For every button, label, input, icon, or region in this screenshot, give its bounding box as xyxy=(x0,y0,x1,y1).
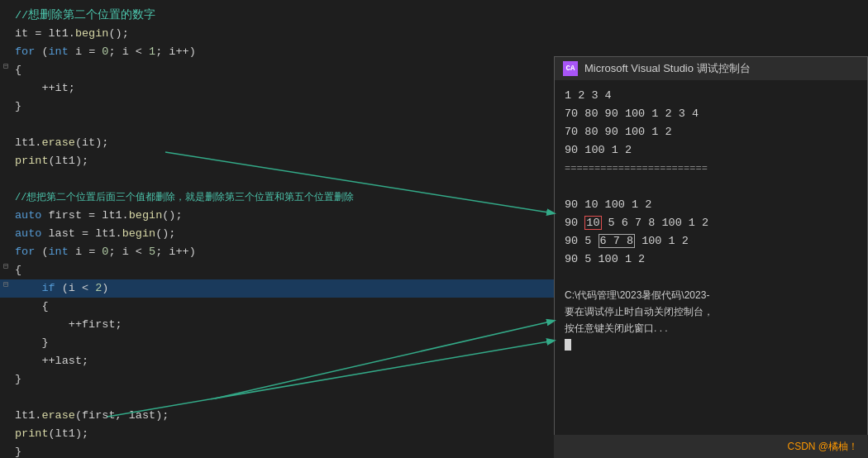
code-line-5: ++it; xyxy=(0,79,562,98)
line-content-25: } xyxy=(12,443,562,458)
code-line-20: ++last; xyxy=(0,352,562,370)
code-line-19: } xyxy=(0,334,562,352)
console-cursor-line xyxy=(565,336,857,355)
console-output-7: 90 5 6 7 8 100 1 2 xyxy=(565,232,857,250)
code-line-3: for (int i = 0; i < 1; i++) xyxy=(0,43,562,61)
line-content-1: //想删除第二个位置的数字 xyxy=(12,7,562,25)
line-content-21: } xyxy=(12,370,562,389)
line-content-13: auto last = lt1.begin(); xyxy=(12,225,562,243)
code-line-10 xyxy=(0,170,562,188)
console-output-8: 90 5 100 1 2 xyxy=(565,250,857,269)
line-content-24: print(lt1); xyxy=(12,425,562,443)
line-content-18: ++first; xyxy=(12,316,562,334)
line-content-14: for (int i = 0; i < 5; i++) xyxy=(12,243,562,261)
console-icon-text: CA xyxy=(566,64,575,73)
line-content-19: } xyxy=(12,334,562,352)
code-line-23: lt1.erase(first, last); xyxy=(0,407,562,425)
console-output-3: 70 80 90 100 1 2 xyxy=(565,123,857,141)
console-title-text: Microsoft Visual Studio 调试控制台 xyxy=(584,61,751,76)
console-output-6: 90 10 5 6 7 8 100 1 2 xyxy=(565,214,857,232)
code-line-22 xyxy=(0,389,562,407)
line-content-11: //想把第二个位置后面三个值都删除，就是删除第三个位置和第五个位置删除 xyxy=(12,188,562,207)
code-editor: //想删除第二个位置的数字 it = lt1.begin(); for (int… xyxy=(0,0,562,458)
line-content-8: lt1.erase(it); xyxy=(12,134,562,152)
gutter-icon-15[interactable]: ⊟ xyxy=(0,261,12,271)
console-title-bar: CA Microsoft Visual Studio 调试控制台 xyxy=(555,57,867,80)
gutter-icon-4[interactable]: ⊟ xyxy=(0,61,12,71)
code-line-12: auto first = lt1.begin(); xyxy=(0,207,562,225)
bottom-bar: CSDN @橘柚！ xyxy=(554,435,868,458)
console-output-1: 1 2 3 4 xyxy=(565,87,857,105)
line-content-5: ++it; xyxy=(12,79,562,98)
console-panel: CA Microsoft Visual Studio 调试控制台 1 2 3 4… xyxy=(554,56,868,458)
code-line-2: it = lt1.begin(); xyxy=(0,25,562,43)
code-line-13: auto last = lt1.begin(); xyxy=(0,225,562,243)
code-line-7 xyxy=(0,116,562,134)
line-content-6: } xyxy=(12,98,562,116)
code-line-17: { xyxy=(0,298,562,316)
code-line-15: ⊟ { xyxy=(0,261,562,279)
code-line-21: } xyxy=(0,370,562,389)
code-line-8: lt1.erase(it); xyxy=(0,134,562,152)
code-line-16: ⊟ if (i < 2) xyxy=(0,279,562,298)
line-content-15: { xyxy=(12,261,562,279)
console-output-4: 90 100 1 2 xyxy=(565,141,857,160)
code-line-1: //想删除第二个位置的数字 xyxy=(0,7,562,25)
console-output-5: 90 10 100 1 2 xyxy=(565,196,857,214)
line-content-23: lt1.erase(first, last); xyxy=(12,407,562,425)
console-body: 1 2 3 4 70 80 90 100 1 2 3 4 70 80 90 10… xyxy=(555,80,867,457)
line-content-12: auto first = lt1.begin(); xyxy=(12,207,562,225)
code-line-18: ++first; xyxy=(0,316,562,334)
gutter-icon-16[interactable]: ⊟ xyxy=(0,279,12,289)
line-content-20: ++last; xyxy=(12,352,562,370)
line-content-3: for (int i = 0; i < 1; i++) xyxy=(12,43,562,61)
console-path: C:\代码管理\2023暑假代码\2023- 要在调试停止时自动关闭控制台， 按… xyxy=(565,287,857,336)
code-line-24: print(lt1); xyxy=(0,425,562,443)
line-content-4: { xyxy=(12,61,562,79)
code-line-14: for (int i = 0; i < 5; i++) xyxy=(0,243,562,261)
line-content-2: it = lt1.begin(); xyxy=(12,25,562,43)
bottom-text: CSDN @橘柚！ xyxy=(787,440,858,454)
console-separator: ======================== xyxy=(565,160,857,178)
console-output-2: 70 80 90 100 1 2 3 4 xyxy=(565,105,857,123)
code-line-25: } xyxy=(0,443,562,458)
code-line-11: //想把第二个位置后面三个值都删除，就是删除第三个位置和第五个位置删除 xyxy=(0,188,562,207)
console-output-blank2 xyxy=(565,269,857,287)
line-content-17: { xyxy=(12,298,562,316)
code-line-4: ⊟ { xyxy=(0,61,562,79)
console-icon: CA xyxy=(563,61,578,76)
line-content-16: if (i < 2) xyxy=(12,279,562,298)
console-output-blank xyxy=(565,178,857,196)
line-content-9: print(lt1); xyxy=(12,152,562,170)
code-line-9: print(lt1); xyxy=(0,152,562,170)
code-line-6: } xyxy=(0,98,562,116)
cursor xyxy=(565,339,571,351)
